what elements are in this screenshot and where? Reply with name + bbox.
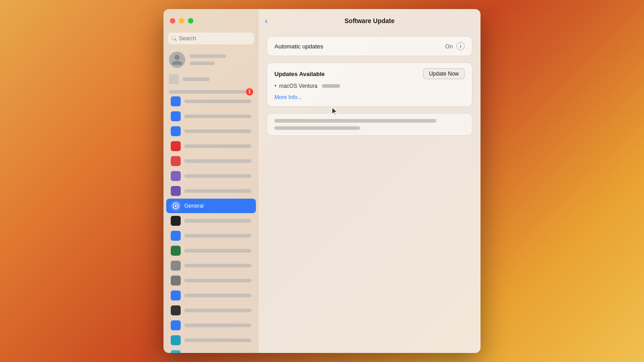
item-label-bar-5 bbox=[184, 174, 251, 178]
auto-updates-label: Automatic updates bbox=[274, 43, 323, 50]
item-icon-3 bbox=[171, 141, 181, 151]
apple-id-label-bar bbox=[183, 77, 210, 81]
item-icon-10 bbox=[171, 261, 181, 271]
sidebar-item-11[interactable] bbox=[166, 273, 256, 288]
other-bar-short bbox=[274, 126, 360, 130]
user-sub-bar bbox=[190, 62, 215, 65]
avatar bbox=[169, 52, 185, 68]
item-icon-14 bbox=[171, 320, 181, 330]
divider-section: 1 bbox=[163, 90, 259, 94]
item-icon-6 bbox=[171, 186, 181, 196]
minimize-button[interactable] bbox=[179, 18, 184, 24]
divider-content-bar bbox=[169, 90, 246, 94]
item-icon-2 bbox=[171, 126, 181, 136]
close-button[interactable] bbox=[170, 18, 175, 24]
sidebar: 1 bbox=[163, 9, 259, 353]
sidebar-item-3[interactable] bbox=[166, 139, 256, 153]
item-label-bar-7 bbox=[184, 219, 251, 223]
sidebar-item-10[interactable] bbox=[166, 258, 256, 273]
back-button[interactable]: ‹ bbox=[265, 16, 268, 26]
item-label-bar-8 bbox=[184, 234, 251, 238]
sidebar-item-12[interactable] bbox=[166, 288, 256, 303]
sidebar-item-8[interactable] bbox=[166, 229, 256, 243]
item-label-bar-15 bbox=[184, 338, 251, 342]
item-icon-9 bbox=[171, 246, 181, 256]
updates-available-label: Updates Available bbox=[274, 71, 325, 77]
item-icon-5 bbox=[171, 171, 181, 181]
item-icon-7 bbox=[171, 216, 181, 226]
item-icon-general bbox=[171, 201, 181, 211]
general-label: General bbox=[184, 203, 204, 209]
notification-badge: 1 bbox=[246, 88, 253, 95]
sidebar-item-2[interactable] bbox=[166, 124, 256, 138]
item-label-bar-13 bbox=[184, 309, 251, 312]
search-input[interactable] bbox=[179, 35, 250, 42]
auto-updates-card: Automatic updates On i bbox=[267, 36, 472, 56]
item-icon-12 bbox=[171, 291, 181, 300]
info-button[interactable]: i bbox=[457, 42, 465, 50]
item-bullet: • bbox=[274, 83, 276, 89]
main-content: ‹ Software Update Automatic updates On i… bbox=[259, 9, 481, 353]
sidebar-item-1[interactable] bbox=[166, 109, 256, 124]
sidebar-item-7[interactable] bbox=[166, 214, 256, 228]
other-update-card bbox=[267, 113, 472, 136]
item-label-bar-14 bbox=[184, 324, 251, 327]
sidebar-item-16[interactable] bbox=[166, 348, 256, 353]
apple-id-icon bbox=[169, 74, 179, 84]
more-info-section: More Info... bbox=[267, 93, 472, 106]
updates-available-card: Updates Available Update Now • macOS Ven… bbox=[267, 62, 472, 107]
item-icon-15 bbox=[171, 335, 181, 345]
sidebar-items: General bbox=[163, 94, 259, 353]
item-icon-1 bbox=[171, 111, 181, 121]
item-label-bar-2 bbox=[184, 129, 251, 133]
item-icon-13 bbox=[171, 305, 181, 315]
item-label-bar-9 bbox=[184, 249, 251, 252]
item-label-bar-1 bbox=[184, 114, 251, 118]
sidebar-item-9[interactable] bbox=[166, 243, 256, 258]
user-info bbox=[190, 54, 226, 65]
item-icon-0 bbox=[171, 96, 181, 106]
sidebar-item-4[interactable] bbox=[166, 154, 256, 168]
auto-updates-right: On i bbox=[445, 42, 465, 50]
user-name-bar bbox=[190, 54, 226, 58]
maximize-button[interactable] bbox=[188, 18, 193, 24]
item-name: macOS Ventura bbox=[279, 83, 317, 89]
sidebar-item-15[interactable] bbox=[166, 333, 256, 348]
updates-card-header: Updates Available Update Now bbox=[267, 63, 472, 83]
sidebar-item-0[interactable] bbox=[166, 94, 256, 109]
item-label-bar-11 bbox=[184, 279, 251, 282]
other-bar-long bbox=[274, 119, 436, 123]
update-now-button[interactable]: Update Now bbox=[423, 68, 465, 79]
sidebar-item-6[interactable] bbox=[166, 184, 256, 198]
version-bar bbox=[322, 84, 340, 88]
item-label-bar-3 bbox=[184, 144, 251, 148]
sidebar-item-5[interactable] bbox=[166, 169, 256, 183]
sidebar-item-general[interactable]: General bbox=[166, 199, 256, 213]
svg-point-1 bbox=[175, 205, 177, 207]
page-title: Software Update bbox=[345, 17, 394, 24]
app-window: 1 bbox=[163, 9, 481, 353]
main-body: Automatic updates On i Updates Available… bbox=[259, 33, 481, 353]
item-icon-4 bbox=[171, 156, 181, 166]
item-label-bar-6 bbox=[184, 189, 251, 193]
apple-id-section bbox=[163, 72, 259, 86]
item-label-bar-12 bbox=[184, 294, 251, 297]
auto-updates-status: On bbox=[445, 43, 453, 50]
item-label-bar-10 bbox=[184, 264, 251, 267]
sidebar-titlebar bbox=[163, 9, 259, 33]
more-info-link[interactable]: More Info... bbox=[274, 94, 302, 100]
updates-card-item: • macOS Ventura bbox=[267, 83, 472, 93]
search-icon bbox=[172, 36, 177, 41]
sidebar-item-13[interactable] bbox=[166, 303, 256, 318]
sidebar-item-14[interactable] bbox=[166, 318, 256, 333]
user-section bbox=[163, 49, 259, 71]
item-icon-11 bbox=[171, 276, 181, 286]
item-label-bar-0 bbox=[184, 100, 251, 103]
search-bar[interactable] bbox=[168, 33, 254, 44]
user-icon bbox=[171, 53, 183, 66]
main-titlebar: ‹ Software Update bbox=[259, 9, 481, 33]
item-icon-8 bbox=[171, 231, 181, 241]
general-icon bbox=[173, 203, 179, 209]
item-label-bar-4 bbox=[184, 159, 251, 163]
item-icon-16 bbox=[171, 350, 181, 353]
